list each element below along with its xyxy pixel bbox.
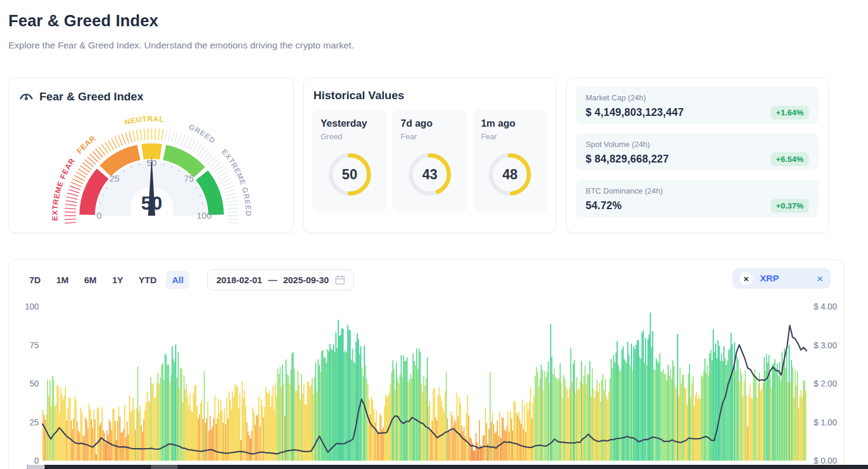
- historical-donut: 50: [327, 152, 373, 197]
- stat-row-spot-volume: Spot Volume (24h) $ 84,829,668,227 +6.54…: [576, 133, 818, 170]
- stat-label: Spot Volume (24h): [586, 140, 809, 149]
- top-cards-row: Fear & Greed Index EXTREME FEARFEARNEUTR…: [8, 78, 829, 233]
- token-filter-chip-xrp[interactable]: × XRP ×: [732, 268, 830, 289]
- date-separator: —: [268, 275, 277, 285]
- svg-text:$ 4.00: $ 4.00: [814, 302, 837, 311]
- range-button-1y[interactable]: 1Y: [106, 271, 129, 289]
- calendar-icon[interactable]: [335, 275, 345, 285]
- historical-item-label: 7d ago: [401, 118, 458, 129]
- history-chart-card: 7D 1M 6M 1Y YTD All 2018-02-01 — 2025-09…: [8, 259, 844, 469]
- historical-donut: 48: [487, 152, 533, 197]
- gauge-card-header: Fear & Greed Index: [9, 78, 293, 105]
- token-chip-label: XRP: [760, 273, 779, 284]
- xrp-logo-icon: ×: [740, 272, 753, 285]
- date-to: 2025-09-30: [283, 275, 329, 285]
- historical-item-value: 50: [327, 152, 373, 197]
- historical-item-label: Yesterday: [321, 118, 378, 129]
- svg-text:$ 3.00: $ 3.00: [814, 341, 837, 350]
- stat-row-market-cap: Market Cap (24h) $ 4,149,803,123,447 +1.…: [576, 87, 818, 124]
- range-button-ytd[interactable]: YTD: [133, 271, 162, 289]
- stat-label: Market Cap (24h): [586, 93, 809, 102]
- svg-text:$ 2.00: $ 2.00: [814, 379, 837, 388]
- fear-greed-history-chart[interactable]: 1007550250$ 4.00$ 3.00$ 2.00$ 1.00$ 0.00: [9, 298, 844, 469]
- historical-item-label: 1m ago: [481, 118, 539, 129]
- stat-change-badge: +0.37%: [771, 199, 809, 213]
- gauge-card-title: Fear & Greed Index: [39, 90, 143, 103]
- fear-greed-gauge: EXTREME FEARFEARNEUTRALGREEDEXTREME GREE…: [9, 107, 294, 229]
- svg-text:FEAR: FEAR: [75, 134, 97, 155]
- range-button-1m[interactable]: 1M: [50, 271, 75, 289]
- range-button-7d[interactable]: 7D: [23, 271, 47, 289]
- svg-text:0: 0: [97, 210, 101, 220]
- date-range-picker[interactable]: 2018-02-01 — 2025-09-30: [207, 269, 353, 290]
- stat-change-badge: +6.54%: [771, 152, 809, 166]
- stat-value: $ 4,149,803,123,447: [586, 106, 684, 119]
- range-button-all[interactable]: All: [166, 271, 189, 289]
- historical-item-classification: Fear: [481, 132, 539, 141]
- svg-text:50: 50: [29, 379, 39, 388]
- svg-text:$ 0.00: $ 0.00: [814, 456, 837, 465]
- historical-item-classification: Greed: [321, 132, 378, 141]
- historical-donut: 43: [407, 152, 453, 197]
- fear-greed-gauge-card: Fear & Greed Index EXTREME FEARFEARNEUTR…: [8, 78, 294, 233]
- historical-item-classification: Fear: [401, 132, 458, 141]
- historical-item-value: 43: [407, 152, 453, 197]
- svg-text:NEUTRAL: NEUTRAL: [124, 115, 165, 127]
- svg-text:EXTREME GREED: EXTREME GREED: [220, 148, 253, 217]
- stat-change-badge: +1.64%: [771, 106, 809, 119]
- stat-value: 54.72%: [586, 200, 622, 212]
- historical-item-7d-ago: 7d ago Fear 43: [392, 109, 467, 212]
- chart-range-controls: 7D 1M 6M 1Y YTD All 2018-02-01 — 2025-09…: [23, 269, 354, 290]
- scrubber-thumb[interactable]: [151, 465, 177, 469]
- stat-row-btc-dominance: BTC Dominance (24h) 54.72% +0.37%: [576, 180, 818, 217]
- page-subtitle: Explore the Fear & Greed Index. Understa…: [8, 40, 354, 51]
- historical-items: Yesterday Greed 50 7d ago Fear 43 1m ago…: [304, 109, 556, 212]
- scrubber-handle[interactable]: [27, 465, 45, 469]
- svg-text:GREED: GREED: [187, 122, 217, 145]
- svg-text:50: 50: [141, 192, 162, 214]
- page-title: Fear & Greed Index: [8, 12, 158, 30]
- svg-text:EXTREME FEAR: EXTREME FEAR: [51, 157, 77, 221]
- stat-label: BTC Dominance (24h): [586, 186, 809, 195]
- svg-text:$ 1.00: $ 1.00: [814, 418, 837, 427]
- chip-close-icon[interactable]: ×: [817, 273, 823, 284]
- svg-text:75: 75: [184, 173, 194, 183]
- historical-item-value: 48: [487, 152, 533, 197]
- historical-item-yesterday: Yesterday Greed 50: [312, 109, 387, 212]
- svg-text:75: 75: [29, 341, 39, 350]
- date-from: 2018-02-01: [216, 275, 262, 285]
- historical-card-title: Historical Values: [304, 78, 556, 109]
- svg-text:0: 0: [34, 456, 39, 465]
- svg-text:100: 100: [196, 210, 211, 220]
- gauge-icon: [19, 89, 34, 105]
- historical-values-card: Historical Values Yesterday Greed 50 7d …: [303, 78, 556, 233]
- market-stats-card: Market Cap (24h) $ 4,149,803,123,447 +1.…: [566, 78, 829, 233]
- stat-value: $ 84,829,668,227: [586, 153, 669, 165]
- bottom-scrubber-strip[interactable]: [27, 465, 868, 469]
- svg-text:25: 25: [29, 418, 39, 427]
- range-button-6m[interactable]: 6M: [78, 271, 103, 289]
- historical-item-1m-ago: 1m ago Fear 48: [473, 109, 547, 212]
- svg-text:25: 25: [109, 173, 119, 183]
- svg-text:100: 100: [25, 302, 39, 311]
